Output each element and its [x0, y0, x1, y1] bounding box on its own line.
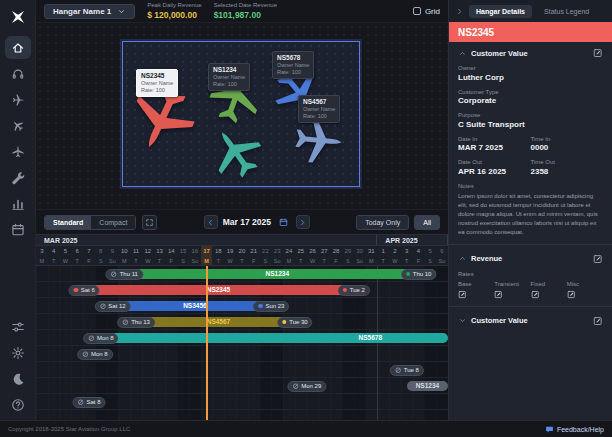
- day-cell[interactable]: 12: [142, 246, 154, 257]
- day-cell[interactable]: 9: [107, 246, 119, 257]
- gantt-pill[interactable]: Tue 8: [390, 365, 424, 376]
- gantt-bar-NS5678[interactable]: NS5678: [95, 333, 448, 343]
- day-cell[interactable]: 3: [36, 246, 48, 257]
- day-cell[interactable]: 22: [260, 246, 272, 257]
- panel-collapse-icon[interactable]: [455, 7, 464, 16]
- feedback-help-link[interactable]: Feedback/Help: [545, 425, 604, 434]
- gantt-pill[interactable]: Tue 30: [277, 317, 312, 328]
- day-cell[interactable]: 27: [318, 246, 330, 257]
- chevron-up-icon[interactable]: [458, 49, 467, 58]
- gantt-pill[interactable]: Tue 2: [338, 285, 370, 296]
- day-cell[interactable]: 4: [413, 246, 425, 257]
- today-only-button[interactable]: Today Only: [356, 215, 409, 230]
- view-standard-button[interactable]: Standard: [45, 216, 91, 229]
- edit-icon[interactable]: [593, 316, 603, 326]
- hangar-selector[interactable]: Hangar Name 1: [44, 4, 135, 19]
- day-cell[interactable]: 5: [60, 246, 72, 257]
- day-cell[interactable]: 13: [154, 246, 166, 257]
- edit-icon[interactable]: [458, 290, 467, 299]
- day-cell[interactable]: 18: [212, 246, 224, 257]
- day-cell[interactable]: 30: [354, 246, 366, 257]
- gantt-bar-NS2345[interactable]: NS2345: [71, 285, 365, 295]
- gantt-pill[interactable]: Mon 8: [83, 333, 119, 344]
- chevron-down-icon[interactable]: [458, 316, 467, 325]
- day-cell[interactable]: 5: [424, 246, 436, 257]
- dow-cell: T: [212, 257, 224, 265]
- chevron-up-icon[interactable]: [458, 254, 467, 263]
- day-cell[interactable]: 31: [365, 246, 377, 257]
- day-cell[interactable]: 11: [130, 246, 142, 257]
- day-cell-today[interactable]: 17: [201, 246, 213, 257]
- tab-hangar-details[interactable]: Hangar Details: [469, 5, 532, 18]
- tab-status-legend[interactable]: Status Legend: [537, 5, 596, 18]
- all-button[interactable]: All: [414, 215, 440, 230]
- plane-NS3456[interactable]: [206, 123, 268, 185]
- sidebar-item-moon-icon[interactable]: [5, 367, 31, 390]
- sidebar-item-plane-up-icon[interactable]: [5, 114, 31, 137]
- day-cell[interactable]: 29: [342, 246, 354, 257]
- rates-label: Rates: [458, 271, 603, 277]
- dow-cell: T: [236, 257, 248, 265]
- prev-date-button[interactable]: [204, 215, 218, 229]
- gantt-pill[interactable]: Mon 8: [77, 349, 113, 360]
- day-cell[interactable]: 15: [177, 246, 189, 257]
- sidebar-item-help-icon[interactable]: [5, 393, 31, 416]
- sidebar-item-wrench-icon[interactable]: [5, 166, 31, 189]
- date-time-in-row: Date In MAR 7 2025 Time In 0000: [458, 129, 603, 153]
- day-cell[interactable]: 28: [330, 246, 342, 257]
- day-cell[interactable]: 21: [248, 246, 260, 257]
- edit-icon[interactable]: [593, 48, 603, 58]
- gantt-row: NS5678Mon 8: [36, 330, 448, 346]
- dow-cell: T: [295, 257, 307, 265]
- gantt-bar-NS1234[interactable]: NS1234: [118, 269, 436, 279]
- sidebar-item-calendar-icon[interactable]: [5, 218, 31, 241]
- day-cell[interactable]: 26: [307, 246, 319, 257]
- view-compact-button[interactable]: Compact: [91, 216, 135, 229]
- gantt-pill[interactable]: Sat 6: [69, 285, 100, 296]
- grid-toggle[interactable]: Grid: [413, 7, 440, 16]
- next-date-button[interactable]: [296, 215, 310, 229]
- day-cell[interactable]: 23: [271, 246, 283, 257]
- sidebar-item-chart-icon[interactable]: [5, 192, 31, 215]
- day-cell[interactable]: 4: [48, 246, 60, 257]
- time-out-label: Time Out: [531, 159, 604, 165]
- day-cell[interactable]: 14: [165, 246, 177, 257]
- gantt-pill[interactable]: Thu 10: [401, 269, 437, 280]
- edit-icon[interactable]: [494, 290, 503, 299]
- edit-icon[interactable]: [567, 290, 576, 299]
- calendar-picker-button[interactable]: [276, 215, 291, 230]
- day-cell[interactable]: 2: [389, 246, 401, 257]
- edit-icon[interactable]: [593, 254, 603, 264]
- sidebar-item-plane-swap-icon[interactable]: [5, 88, 31, 111]
- sidebar-item-home-icon[interactable]: [5, 36, 31, 59]
- expand-button[interactable]: [142, 215, 157, 230]
- gantt-pill[interactable]: Sun 23: [253, 301, 289, 312]
- gantt-pill[interactable]: Thu 11: [106, 269, 143, 280]
- gantt-pill[interactable]: Sat 12: [94, 301, 130, 312]
- sidebar-item-sliders-icon[interactable]: [5, 315, 31, 338]
- grid-checkbox[interactable]: [413, 7, 421, 15]
- day-cell[interactable]: 7: [83, 246, 95, 257]
- day-cell[interactable]: 6: [71, 246, 83, 257]
- sidebar-item-headset-icon[interactable]: [5, 62, 31, 85]
- day-cell[interactable]: 19: [224, 246, 236, 257]
- gantt-pill[interactable]: Sat 8: [72, 397, 105, 408]
- gantt-pill[interactable]: Thu 13: [117, 317, 155, 328]
- pill-label: Tue 30: [289, 319, 307, 325]
- day-cell[interactable]: 1: [377, 246, 389, 257]
- hangar-canvas[interactable]: NS2345Owner NameRate: 100NS1234Owner Nam…: [36, 22, 448, 210]
- day-cell[interactable]: 20: [236, 246, 248, 257]
- sidebar-item-plane-icon[interactable]: [5, 140, 31, 163]
- gantt-bar-NS1234[interactable]: NS1234: [407, 381, 448, 391]
- gantt-pill[interactable]: Mon 29: [287, 381, 326, 392]
- day-cell[interactable]: 25: [295, 246, 307, 257]
- day-cell[interactable]: 3: [401, 246, 413, 257]
- edit-icon[interactable]: [531, 290, 540, 299]
- sidebar-item-gear-icon[interactable]: [5, 341, 31, 364]
- day-cell[interactable]: 16: [189, 246, 201, 257]
- day-cell[interactable]: 24: [283, 246, 295, 257]
- day-cell[interactable]: 6: [436, 246, 448, 257]
- topbar: Hangar Name 1 Peak Daily Revenue $ 120,0…: [36, 0, 448, 22]
- day-cell[interactable]: 10: [118, 246, 130, 257]
- day-cell[interactable]: 8: [95, 246, 107, 257]
